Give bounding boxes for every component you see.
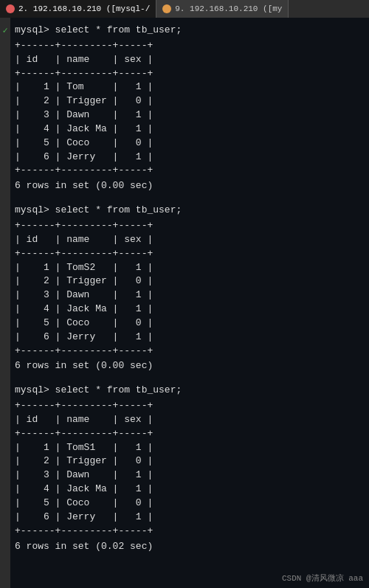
table-row: | 2 | Trigger | 0 | <box>15 274 365 288</box>
title-bar: 2. 192.168.10.210 ([mysql-/ 9. 192.168.1… <box>0 0 369 18</box>
header-2: | id | name | sex | <box>15 233 365 247</box>
border-mid-2: +------+---------+-----+ <box>15 247 365 261</box>
tab1-icon <box>6 4 15 13</box>
header-1: | id | name | sex | <box>15 53 365 67</box>
border-top-2: +------+---------+-----+ <box>15 219 365 233</box>
tab2-icon <box>162 4 171 13</box>
border-top-1: +------+---------+-----+ <box>15 39 365 53</box>
table-row: | 1 | Tom | 1 | <box>15 80 365 94</box>
tab2-label: 9. 192.168.10.210 ([my <box>175 4 282 13</box>
table-row: | 4 | Jack Ma | 1 | <box>15 482 365 497</box>
table-row: | 1 | TomS1 | 1 | <box>15 441 365 455</box>
table-row: | 2 | Trigger | 0 | <box>15 454 365 468</box>
table-row: | 5 | Coco | 0 | <box>15 136 365 151</box>
prompt-1: mysql> select * from tb_user; <box>15 24 365 38</box>
border-mid-1: +------+---------+-----+ <box>15 67 365 81</box>
table-row: | 1 | TomS2 | 1 | <box>15 261 365 275</box>
table-row: | 3 | Dawn | 1 | <box>15 468 365 482</box>
border-mid-3: +------+---------+-----+ <box>15 427 365 441</box>
prompt-2: mysql> select * from tb_user; <box>15 204 365 218</box>
table-row: | 2 | Trigger | 0 | <box>15 94 365 108</box>
result-info-3: 6 rows in set (0.02 sec) <box>15 540 365 554</box>
border-bot-2: +------+---------+-----+ <box>15 345 365 359</box>
table-row: | 5 | Coco | 0 | <box>15 317 365 331</box>
table-row: | 4 | Jack Ma | 1 | <box>15 302 365 317</box>
table-row: | 4 | Jack Ma | 1 | <box>15 122 365 136</box>
table-row: | 6 | Jerry | 1 | <box>15 331 365 345</box>
border-bot-3: +------+---------+-----+ <box>15 525 365 539</box>
table-row: | 3 | Dawn | 1 | <box>15 288 365 302</box>
table-row: | 5 | Coco | 0 | <box>15 497 365 511</box>
table-row: | 6 | Jerry | 1 | <box>15 511 365 525</box>
border-bot-1: +------+---------+-----+ <box>15 164 365 178</box>
tab1-label: 2. 192.168.10.210 ([mysql-/ <box>18 4 150 13</box>
left-sidebar: ✓ <box>0 18 10 588</box>
sql-block-1: mysql> select * from tb_user;+------+---… <box>15 24 365 193</box>
result-info-1: 6 rows in set (0.00 sec) <box>15 179 365 193</box>
sql-block-3: mysql> select * from tb_user;+------+---… <box>15 384 365 553</box>
table-row: | 6 | Jerry | 1 | <box>15 151 365 165</box>
header-3: | id | name | sex | <box>15 413 365 427</box>
watermark: CSDN @清风微凉 aaa <box>282 573 363 584</box>
terminal-area[interactable]: mysql> select * from tb_user;+------+---… <box>10 18 369 588</box>
prompt-3: mysql> select * from tb_user; <box>15 384 365 398</box>
tab-2[interactable]: 9. 192.168.10.210 ([my <box>156 0 289 18</box>
result-info-2: 6 rows in set (0.00 sec) <box>15 359 365 373</box>
border-top-3: +------+---------+-----+ <box>15 399 365 413</box>
tab-1[interactable]: 2. 192.168.10.210 ([mysql-/ <box>0 0 156 18</box>
sidebar-check-icon: ✓ <box>2 25 7 36</box>
table-row: | 3 | Dawn | 1 | <box>15 108 365 122</box>
sql-block-2: mysql> select * from tb_user;+------+---… <box>15 204 365 373</box>
